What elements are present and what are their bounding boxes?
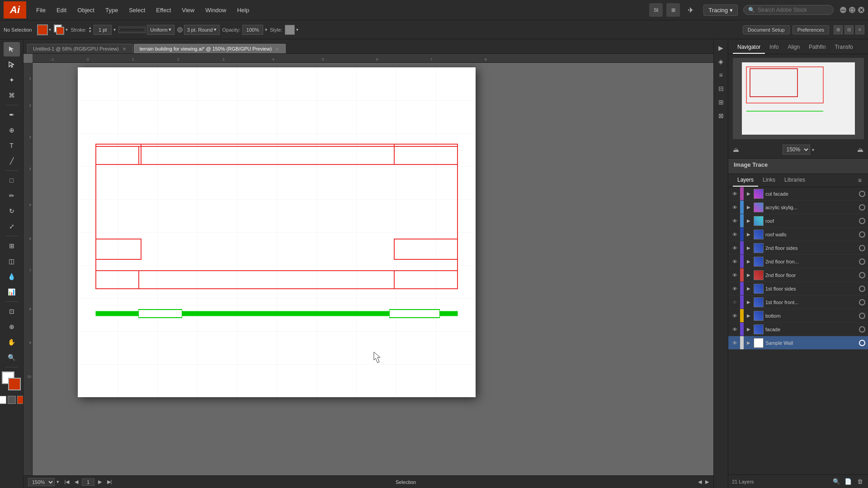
fill-color-box[interactable] [37,24,48,35]
layer-expand-2nd-floor-sides[interactable]: ▶ [745,245,752,251]
align-tab[interactable]: Align [783,41,804,54]
tracing-button[interactable]: Tracing ▾ [703,5,738,16]
layer-expand-cut-facade[interactable]: ▶ [745,191,752,197]
menu-object[interactable]: Object [73,5,99,15]
selection-tool[interactable] [4,42,20,56]
layer-target-roof[interactable] [859,218,865,224]
layer-target-facade[interactable] [859,326,865,333]
last-page-btn[interactable]: ▶| [105,478,113,486]
layer-expand-acrylic[interactable]: ▶ [745,204,752,211]
layer-expand-bottom[interactable]: ▶ [745,313,752,319]
layer-2nd-floor-sides[interactable]: 👁 ▶ 2nd floor sides [728,241,868,255]
scroll-right-btn[interactable]: ▶ [705,479,709,485]
layer-target-2nd-floor-floor[interactable] [859,272,865,278]
eyedropper-tool[interactable]: 💧 [4,269,20,284]
layer-target-1st-floor-front[interactable] [859,299,865,305]
artboard-tool[interactable]: ⊡ [4,304,20,319]
layer-sample-wall[interactable]: 👁 ▶ Sample Wall [728,336,868,350]
half-tone-btn[interactable] [8,396,16,404]
delete-layer-btn[interactable]: 🗑 [855,477,864,486]
menu-edit[interactable]: Edit [52,5,71,15]
info-tab[interactable]: Info [765,41,783,54]
transform-tab[interactable]: Transfo [830,41,857,54]
new-layer-btn[interactable]: 📄 [844,477,853,486]
artboard[interactable] [78,67,476,397]
layer-target-sample-wall[interactable] [859,340,865,346]
rotate-tool[interactable]: ↻ [4,204,20,218]
layer-acrylic[interactable]: 👁 ▶ acrylic skylig... [728,201,868,214]
menu-file[interactable]: File [32,5,50,15]
minimize-button[interactable]: ─ [840,7,846,13]
fill-dropdown[interactable]: ▾ [49,27,51,32]
layers-tab[interactable]: Layers [733,174,758,187]
layer-facade[interactable]: 👁 ▶ facade [728,323,868,336]
menu-type[interactable]: Type [101,5,123,15]
color-btn[interactable] [17,396,24,404]
layer-vis-sample-wall[interactable]: 👁 [731,339,738,347]
search-input[interactable] [758,7,821,13]
layer-expand-2nd-floor-front[interactable]: ▶ [745,258,752,265]
first-page-btn[interactable]: |◀ [63,478,71,486]
menu-effect[interactable]: Effect [151,5,175,15]
layer-vis-roof-walls[interactable]: 👁 [731,231,738,238]
layer-vis-facade[interactable]: 👁 [731,326,738,333]
layer-vis-1st-floor-sides[interactable]: 👁 [731,285,738,292]
properties-panel-btn[interactable]: ⊟ [715,83,727,94]
align-panel-btn[interactable]: ⊠ [715,110,727,122]
layer-1st-floor-front[interactable]: 👁 ▶ 1st floor front... [728,296,868,309]
scale-tool[interactable]: ⤢ [4,219,20,234]
layer-target-bottom[interactable] [859,313,865,319]
layer-vis-2nd-floor-floor[interactable]: 👁 [731,272,738,279]
gradient-tool[interactable]: ◫ [4,254,20,268]
direct-selection-tool[interactable] [4,57,20,72]
layer-expand-roof[interactable]: ▶ [745,218,752,224]
layer-expand-2nd-floor-floor[interactable]: ▶ [745,272,752,278]
zoom-level-select[interactable]: 150% 100% 200% [783,145,810,155]
zoom-select[interactable]: 150% 100% 50% [28,478,55,486]
navigator-tab[interactable]: Navigator [733,41,765,54]
layer-vis-roof[interactable]: 👁 [731,217,738,225]
layer-1st-floor-sides[interactable]: 👁 ▶ 1st floor sides [728,282,868,296]
stroke-color-box[interactable] [54,24,65,35]
stroke-weight-dropdown[interactable]: ▾ [113,27,116,32]
layer-2nd-floor-floor[interactable]: 👁 ▶ 2nd floor floor [728,268,868,282]
layer-expand-facade[interactable]: ▶ [745,326,752,333]
stroke-down-arrow[interactable]: ▼ [88,30,92,33]
stroke-type-dropdown[interactable]: Uniform ▾ [147,25,175,35]
menu-select[interactable]: Select [124,5,150,15]
lasso-tool[interactable]: ⌘ [4,88,20,103]
zoom-select-chevron[interactable]: ▾ [812,147,814,152]
layers-panel-btn[interactable]: ≡ [715,69,727,81]
pen-tool[interactable]: ✒ [4,108,20,122]
layer-cut-facade[interactable]: 👁 ▶ cut facade [728,187,868,201]
layer-roof[interactable]: 👁 ▶ roof [728,214,868,228]
stroke-weight-input[interactable] [94,25,112,35]
layer-vis-2nd-floor-sides[interactable]: 👁 [731,244,738,252]
tab-terrain-close[interactable]: ✕ [274,46,280,52]
pathfinder-tab[interactable]: Pathfin [804,41,830,54]
layer-expand-1st-floor-sides[interactable]: ▶ [745,286,752,292]
type-tool[interactable]: T [4,138,20,153]
layer-vis-2nd-floor-front[interactable]: 👁 [731,258,738,265]
transform-panel-btn[interactable]: ⊞ [715,96,727,108]
zoom-tool[interactable]: 🔍 [4,350,20,365]
anchor-point-tool[interactable]: ⊕ [4,123,20,137]
doc-setup-button[interactable]: Document Setup [743,25,790,34]
share-icon[interactable]: ✈ [684,3,697,17]
stock-search-box[interactable]: 🔍 [743,5,834,15]
style-chevron[interactable]: ▾ [296,27,298,32]
search-layer-btn[interactable]: 🔍 [832,477,841,486]
arrange-icon-1[interactable]: ⊞ [834,25,843,34]
arrange-icon-3[interactable]: ≡ [855,25,864,34]
layer-expand-1st-floor-front[interactable]: ▶ [745,299,752,305]
layer-vis-cut-facade[interactable]: 👁 [731,190,738,197]
layer-target-acrylic[interactable] [859,204,865,211]
layer-vis-1st-floor-front[interactable]: 👁 [731,299,738,306]
zoom-chevron[interactable]: ▾ [57,479,59,485]
stroke-swatch[interactable] [8,378,21,390]
menu-window[interactable]: Window [201,5,231,15]
stroke-cap-dropdown[interactable]: 3 pt. Round ▾ [184,25,220,35]
layer-vis-acrylic[interactable]: 👁 [731,204,738,211]
magic-wand-tool[interactable]: ✦ [4,73,20,87]
menu-help[interactable]: Help [232,5,254,15]
